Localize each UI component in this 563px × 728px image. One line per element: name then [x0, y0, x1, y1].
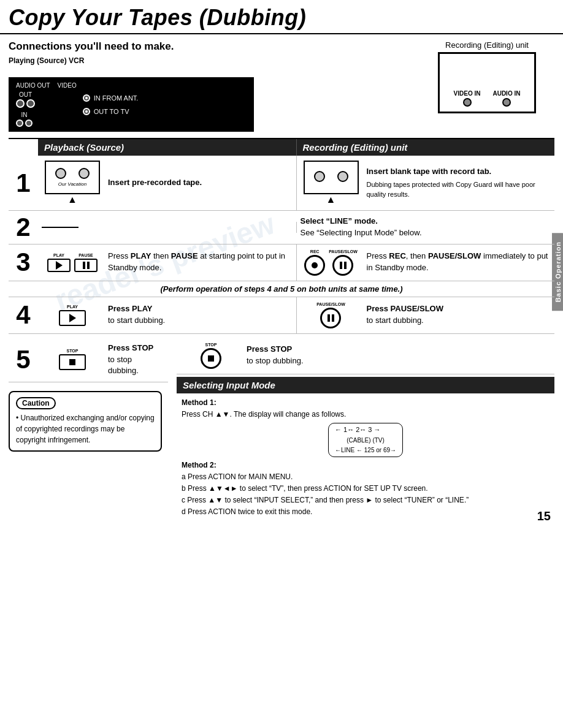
step1-panel-left: Our Vacation ▲ Insert pre-recorded tape. — [38, 156, 297, 210]
vcr-right-labels: IN FROM ANT. OUT TO TV — [83, 91, 139, 118]
step4-left-text: Press PLAY to start dubbing. — [108, 303, 165, 327]
step5-panel-right: STOP Press STOP to stop dubbing. — [177, 338, 554, 374]
channel-sub: (CABLE) (TV) — [335, 436, 396, 446]
step3-row: 3 PLAY PAUSE — [9, 245, 554, 281]
audio-label: AUDIO OUT — [16, 82, 50, 89]
step4-panel-right: PAUSE/SLOW Press PAUSE/SLOW to start du — [297, 297, 555, 333]
step4-right-diagram: PAUSE/SLOW — [301, 302, 362, 328]
recording-unit-connectors: VIDEO IN AUDIO IN — [454, 90, 521, 112]
step1-left-diagram: Our Vacation ▲ — [42, 161, 103, 205]
channel-numbers: ← 1↔ 2↔ 3 → — [335, 425, 396, 436]
rec-btn-icon — [304, 255, 325, 276]
step5-number: 5 — [9, 338, 38, 382]
step3-number: 3 — [9, 245, 38, 281]
step5-left-text: Press STOP to stop dubbing. — [108, 343, 164, 377]
step2-line — [42, 227, 79, 228]
video-in-label: VIDEO IN — [454, 90, 481, 97]
pause-btn-icon — [74, 259, 98, 272]
method2-b: b Press ▲▼◄► to select “TV”, then press … — [182, 483, 550, 495]
method1-bold: Method 1: — [182, 398, 216, 407]
method1-text: Press CH ▲▼. The display will change as … — [182, 409, 550, 420]
ps-bars-step4 — [327, 314, 334, 322]
pause-slow-bars — [340, 262, 347, 269]
step3-left-diagram: PLAY PAUSE — [42, 253, 103, 272]
step3-panels: PLAY PAUSE — [38, 245, 554, 281]
step4-right-text: Press PAUSE/SLOW to start dubbing. — [367, 303, 443, 327]
bottom-right-col: STOP Press STOP to stop dubbing. — [177, 338, 554, 522]
bottom-section: 5 STOP Press STOP to st — [9, 334, 554, 526]
video-in-connector: VIDEO IN — [454, 90, 481, 107]
step2-row: 2 Select “LINE” mode. See “Selecting Inp… — [9, 211, 554, 245]
step5-left-bold: Press STOP — [108, 343, 153, 352]
step5-panel-left: STOP Press STOP to stop dubbing. — [38, 338, 168, 382]
step2-select-line: Select “LINE” mode. — [301, 216, 378, 226]
step4-row: 4 PLAY Press PLAY to start dubbing. — [9, 297, 554, 334]
bottom-left-col: 5 STOP Press STOP to st — [9, 338, 168, 452]
pause-bar-1 — [83, 262, 85, 269]
step1-left-text: Insert pre-recorded tape. — [108, 177, 202, 189]
ps-bar-1 — [340, 262, 342, 269]
step2-number: 2 — [9, 212, 38, 243]
vcr-diagram: AUDIO OUT VIDEO OUT — [9, 77, 254, 132]
connections-left: Connections you'll need to make. Playing… — [9, 40, 419, 132]
stop-btn-step5-right — [201, 348, 221, 369]
step3-right-text: Press REC, then PAUSE/SLOW immediately t… — [367, 251, 551, 274]
stop-sq-right — [208, 355, 214, 362]
caution-title: Caution — [16, 397, 56, 409]
stop-sq-left — [69, 359, 75, 365]
step4-left-diagram: PLAY — [42, 305, 103, 326]
video-in-circle — [463, 98, 472, 107]
step4-right-bold: Press PAUSE/SLOW — [367, 304, 443, 313]
method1-label: Method 1: — [182, 397, 550, 409]
ps4-bar-1 — [327, 314, 330, 322]
ps4-bar-2 — [332, 314, 334, 322]
step5-right-diagram: STOP — [180, 343, 242, 369]
step1-number: 1 — [9, 156, 38, 210]
step2-right: Select “LINE” mode. See “Selecting Input… — [297, 211, 555, 244]
tape-source-label: Our Vacation — [58, 181, 86, 187]
step1-row: 1 Our Vacation ▲ — [9, 156, 554, 211]
step2-right-text: Select “LINE” mode. See “Selecting Input… — [301, 216, 422, 239]
tape-arrow-up-right: ▲ — [326, 194, 336, 205]
step5-right-bold: Press STOP — [247, 344, 292, 354]
step4-panels: PLAY Press PLAY to start dubbing. — [38, 297, 554, 333]
play-btn-icon — [47, 259, 71, 272]
recording-unit-box: VIDEO IN AUDIO IN — [438, 52, 536, 113]
page-number: 15 — [537, 509, 551, 523]
step5-right-sub: to stop dubbing. — [247, 356, 304, 365]
out-to-tv: OUT TO TV — [94, 105, 129, 118]
pause-bars — [83, 262, 90, 269]
page-container: reader's preview Copy Your Tapes (Dubbin… — [0, 0, 563, 532]
col-header-playback: Playback (Source) — [38, 139, 297, 156]
audio-in-circle — [502, 98, 511, 107]
step3-left-text: Press PLAY then PAUSE at starting point … — [108, 251, 293, 274]
play-triangle — [56, 261, 63, 270]
perform-note: (Perform operation of steps 4 and 5 on b… — [9, 281, 554, 297]
rec-dot — [312, 262, 318, 268]
input-mode-content: Method 1: Press CH ▲▼. The display will … — [177, 393, 554, 522]
col-headers-spacer — [9, 139, 38, 156]
step1-panels: Our Vacation ▲ Insert pre-recorded tape. — [38, 156, 554, 210]
method2-d: d Press ACTION twice to exit this mode. — [182, 506, 550, 518]
stop-btn-step5-left — [59, 354, 86, 370]
step3-right-diagram: REC PAUSE/SLOW — [301, 249, 362, 276]
vcr-ports-group: AUDIO OUT VIDEO OUT — [16, 82, 77, 127]
step5-right-text: Press STOP to stop dubbing. — [247, 344, 304, 367]
input-mode-section: Selecting Input Mode Method 1: Press CH … — [177, 377, 554, 522]
channel-box: ← 1↔ 2↔ 3 → (CABLE) (TV) ←LINE ← 125 or … — [328, 423, 403, 457]
step4-right-sub: to start dubbing. — [367, 316, 424, 325]
step3-btns-right: REC PAUSE/SLOW — [304, 249, 358, 276]
pause-slow-btn-step4 — [320, 308, 341, 328]
page-title: Copy Your Tapes (Dubbing) — [9, 5, 554, 31]
play-tri-step4 — [69, 314, 76, 322]
col-header-recording: Recording (Editing) unit — [297, 139, 555, 156]
in-from-ant: IN FROM ANT. — [94, 91, 139, 105]
method2-label: Method 2: — [182, 460, 550, 471]
step1-left-bold: Insert pre-recorded tape. — [108, 178, 202, 187]
play-btn-step4 — [59, 310, 86, 326]
step1-right-diagram: ▲ — [301, 161, 362, 205]
method2-c: c Press ▲▼ to select “INPUT SELECT,” and… — [182, 495, 550, 506]
connections-right: Recording (Editing) unit VIDEO IN AUDIO … — [419, 40, 554, 113]
connections-section: Connections you'll need to make. Playing… — [9, 40, 554, 132]
step1-right-bullet: Dubbing tapes protected with Copy Guard … — [367, 180, 551, 200]
